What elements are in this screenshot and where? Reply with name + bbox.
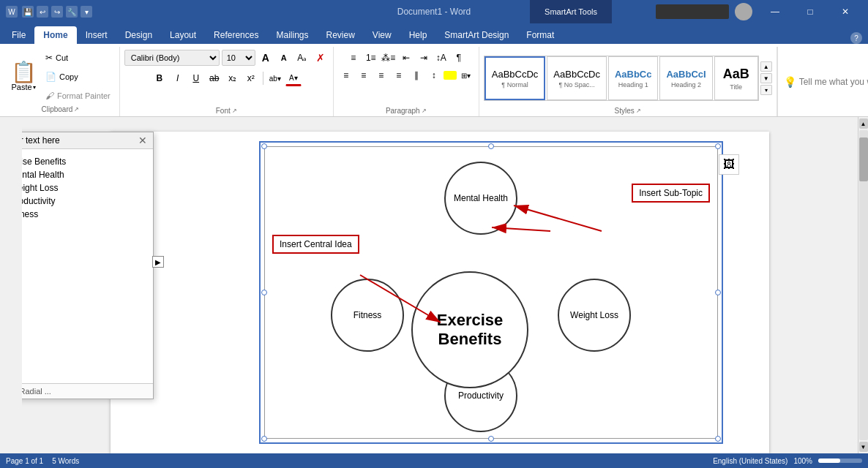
save-icon[interactable]: 💾: [22, 6, 34, 18]
decrease-indent-button[interactable]: ⇤: [398, 50, 414, 66]
document-area: Type your text here ✕ ● Exercise Benefit…: [0, 117, 868, 453]
handle-top-right[interactable]: [715, 143, 721, 149]
smartart-container[interactable]: Exercise Benefits Mental Health Fitness …: [264, 146, 718, 439]
styles-scroll-up[interactable]: ▲: [760, 61, 772, 72]
column-layout-button[interactable]: ∥: [408, 67, 424, 83]
center-circle[interactable]: Exercise Benefits: [411, 271, 528, 388]
paste-label: Paste: [11, 83, 31, 91]
handle-top-center[interactable]: [488, 143, 494, 149]
tab-file[interactable]: File: [3, 26, 34, 44]
line-spacing-button[interactable]: ↕: [426, 67, 442, 83]
style-normal[interactable]: AaBbCcDc ¶ Normal: [484, 56, 546, 100]
list-item-fitness[interactable]: ● Fitness: [22, 208, 147, 221]
scroll-up-button[interactable]: ▲: [859, 118, 868, 129]
close-button[interactable]: ✕: [828, 0, 862, 23]
left-circle[interactable]: Fitness: [331, 279, 404, 352]
styles-scroll-down[interactable]: ▼: [760, 73, 772, 83]
shading-button[interactable]: [444, 71, 457, 80]
cut-button[interactable]: ✂ Cut: [42, 51, 113, 64]
smartart-image-button[interactable]: 🖼: [719, 154, 739, 175]
repair-icon[interactable]: 🔧: [66, 6, 78, 18]
bullets-button[interactable]: ≡: [345, 50, 362, 66]
borders-button[interactable]: ⊞▾: [458, 67, 474, 83]
tab-insert[interactable]: Insert: [77, 26, 116, 44]
style-heading2[interactable]: AaBbCcI Heading 2: [659, 56, 712, 100]
list-item-productivity[interactable]: ● Productivity: [22, 195, 147, 208]
format-painter-button[interactable]: 🖌 Format Painter: [42, 89, 113, 102]
styles-group: AaBbCcDc ¶ Normal AaBbCcDc ¶ No Spac... …: [479, 47, 777, 116]
help-icon[interactable]: ?: [850, 32, 862, 44]
handle-bottom-center[interactable]: [488, 436, 494, 442]
maximize-button[interactable]: □: [793, 0, 827, 23]
left-margin: [0, 117, 22, 453]
handle-bottom-left[interactable]: [261, 436, 267, 442]
styles-expand[interactable]: ▾: [760, 85, 772, 95]
zoom-slider[interactable]: [818, 458, 862, 463]
multilevel-list-button[interactable]: ⁂≡: [381, 50, 397, 66]
bold-button[interactable]: B: [151, 70, 168, 86]
tab-references[interactable]: References: [205, 26, 267, 44]
text-pane-expand-button[interactable]: ▶: [152, 256, 164, 268]
style-title[interactable]: AaB Title: [714, 56, 758, 100]
paragraph-expand-icon[interactable]: ↗: [422, 107, 427, 114]
user-avatar: [735, 3, 752, 20]
justify-button[interactable]: ≡: [391, 67, 407, 83]
change-case-button[interactable]: Aₐ: [294, 50, 310, 66]
align-center-button[interactable]: ≡: [356, 67, 372, 83]
tab-review[interactable]: Review: [317, 26, 363, 44]
underline-button[interactable]: U: [188, 70, 204, 86]
text-pane-title: Type your text here: [22, 135, 60, 146]
copy-button[interactable]: 📄 Copy: [42, 70, 113, 83]
italic-button[interactable]: I: [170, 70, 186, 86]
tab-view[interactable]: View: [364, 26, 400, 44]
decrease-font-size-button[interactable]: A: [276, 50, 292, 66]
superscript-button[interactable]: x²: [243, 70, 259, 86]
tab-help[interactable]: Help: [400, 26, 436, 44]
font-expand-icon[interactable]: ↗: [232, 107, 237, 114]
list-item-mental[interactable]: ● Mental Health: [22, 168, 147, 181]
strikethrough-button[interactable]: ab: [206, 70, 222, 86]
minimize-button[interactable]: —: [758, 0, 792, 23]
handle-right-center[interactable]: [715, 290, 721, 295]
redo-icon[interactable]: ↪: [51, 6, 63, 18]
scroll-thumb[interactable]: [859, 137, 868, 181]
font-name-select[interactable]: Calibri (Body): [124, 50, 220, 66]
numbered-list-button[interactable]: 1≡: [363, 50, 379, 66]
clipboard-expand-icon[interactable]: ↗: [74, 106, 79, 113]
undo-icon[interactable]: ↩: [37, 6, 48, 18]
tab-layout[interactable]: Layout: [161, 26, 205, 44]
style-heading1[interactable]: AaBbCc Heading 1: [608, 56, 659, 100]
page: Exercise Benefits Mental Health Fitness …: [111, 132, 769, 453]
list-item-weight[interactable]: ● Weight Loss: [22, 181, 147, 195]
tab-format[interactable]: Format: [517, 26, 563, 44]
styles-expand-icon[interactable]: ↗: [636, 107, 641, 114]
subscript-button[interactable]: x₂: [225, 70, 241, 86]
text-highlight-button[interactable]: ab▾: [267, 70, 283, 86]
handle-top-left[interactable]: [261, 143, 267, 149]
sort-button[interactable]: ↕A: [433, 50, 449, 66]
tab-home[interactable]: Home: [34, 26, 76, 44]
show-formatting-button[interactable]: ¶: [451, 50, 467, 66]
tab-design[interactable]: Design: [116, 26, 161, 44]
top-circle[interactable]: Mental Health: [444, 162, 517, 235]
clear-formatting-button[interactable]: ✗: [313, 50, 329, 66]
handle-bottom-right[interactable]: [715, 436, 721, 442]
right-circle[interactable]: Weight Loss: [558, 279, 631, 352]
align-right-button[interactable]: ≡: [373, 67, 389, 83]
font-size-select[interactable]: 10 8 9 10 11 12: [222, 50, 255, 66]
increase-indent-button[interactable]: ⇥: [416, 50, 432, 66]
scroll-down-button[interactable]: ▼: [859, 442, 868, 452]
handle-left-center[interactable]: [261, 290, 267, 295]
tell-me-input[interactable]: [799, 77, 868, 87]
tab-smartart-design[interactable]: SmartArt Design: [435, 26, 517, 44]
text-pane-close-button[interactable]: ✕: [138, 135, 147, 146]
style-no-spacing[interactable]: AaBbCcDc ¶ No Spac...: [547, 56, 607, 100]
status-bar-right: English (United States) 100%: [713, 457, 862, 465]
increase-font-size-button[interactable]: A: [258, 50, 274, 66]
paste-button[interactable]: 📋 Paste ▾: [7, 48, 40, 105]
align-left-button[interactable]: ≡: [338, 67, 354, 83]
font-color-button[interactable]: A▾: [285, 70, 302, 86]
dropdown-icon[interactable]: ▾: [81, 6, 92, 18]
list-item-exercise[interactable]: ● Exercise Benefits: [22, 155, 147, 168]
tab-mailings[interactable]: Mailings: [267, 26, 317, 44]
